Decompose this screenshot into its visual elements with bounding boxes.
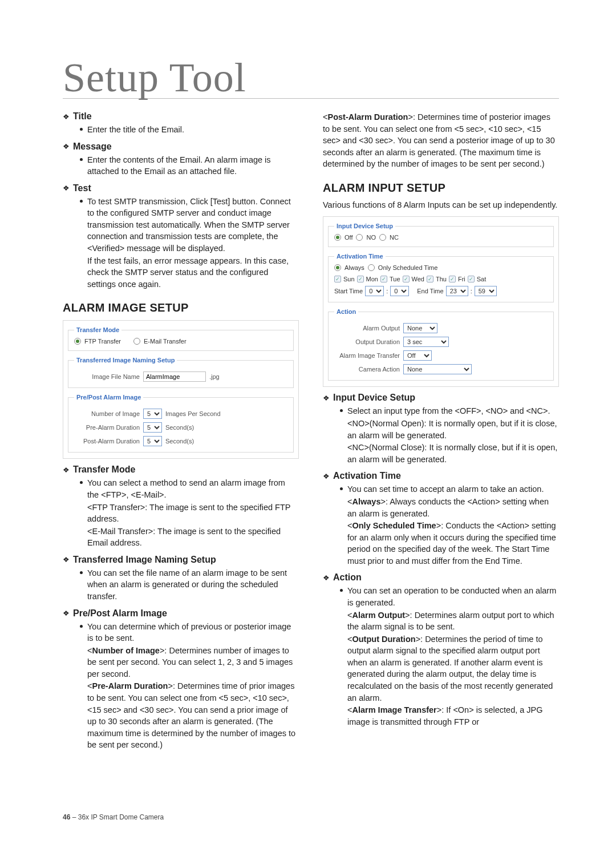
input-no-radio[interactable]: [356, 234, 363, 241]
end-hour-select[interactable]: 23: [446, 286, 468, 296]
diamond-icon: ❖: [63, 184, 70, 192]
document-page: Setup Tool ❖ Title Enter the title of th…: [0, 0, 616, 844]
page-number: 46: [63, 813, 70, 821]
bullet-icon: [80, 200, 83, 203]
bullet-icon: [340, 487, 343, 490]
day-fri-label: Fri: [458, 276, 465, 282]
alarm-image-transfer-select[interactable]: Off: [403, 350, 432, 361]
transfer-mode-legend: Transfer Mode: [74, 326, 121, 333]
day-sun-label: Sun: [343, 276, 355, 282]
bullet-ppai: You can determine which of previous or p…: [63, 621, 299, 644]
ftp-transfer-radio[interactable]: [74, 338, 81, 345]
email-transfer-radio[interactable]: [133, 338, 140, 345]
image-file-name-label: Image File Name: [74, 373, 140, 380]
post-alarm-unit: Second(s): [165, 438, 194, 445]
bullet-icon: [80, 625, 83, 628]
subheading-title: ❖ Title: [63, 111, 299, 122]
diamond-icon: ❖: [323, 394, 330, 402]
day-thu-check[interactable]: [427, 276, 433, 282]
day-sun-check[interactable]: [334, 276, 341, 282]
subheading-transfer-mode: ❖ Transfer Mode: [63, 465, 299, 475]
email-transfer-desc: <E-Mail Transfer>: The image is sent to …: [63, 526, 299, 549]
day-sat-label: Sat: [477, 276, 487, 282]
ftp-transfer-desc: <FTP Transfer>: The image is sent to the…: [63, 502, 299, 525]
page-footer: 46 – 36x IP Smart Dome Camera: [63, 813, 164, 821]
left-column: ❖ Title Enter the title of the Email. ❖ …: [63, 106, 299, 751]
post-alarm-duration-select[interactable]: 5: [143, 436, 162, 446]
time-sep: :: [471, 288, 472, 294]
subheading-at: ❖ Activation Time: [323, 471, 559, 481]
activation-time-legend: Activation Time: [334, 253, 386, 260]
input-device-setup-fieldset: Input Device Setup Off NO NC: [328, 223, 554, 247]
naming-setup-legend: Transferred Image Naming Setup: [74, 357, 177, 364]
action-fieldset: Action Alarm Output None Output Duration…: [328, 308, 554, 381]
start-hour-select[interactable]: 0: [365, 286, 384, 296]
input-nc-radio[interactable]: [379, 234, 386, 241]
subheading-title-label: Title: [73, 111, 92, 122]
day-wed-check[interactable]: [403, 276, 410, 282]
number-of-image-label: Number of Image: [74, 410, 140, 417]
two-column-layout: ❖ Title Enter the title of the Email. ❖ …: [63, 106, 559, 751]
bullet-transfer-mode-text: You can select a method to send an alarm…: [87, 477, 299, 500]
subheading-at-label: Activation Time: [333, 471, 401, 481]
subheading-ppai-label: Pre/Post Alarm Image: [73, 608, 167, 619]
pre-alarm-duration-label: Pre-Alarm Duration: [74, 424, 140, 431]
diamond-icon: ❖: [323, 473, 330, 480]
bullet-action-text: You can set an operation to be conducted…: [347, 585, 559, 608]
bullet-test-text: To test SMTP transmission, Click [Test] …: [87, 196, 299, 255]
bullet-title: Enter the title of the Email.: [63, 124, 299, 136]
pre-alarm-duration-select[interactable]: 5: [143, 422, 162, 433]
output-duration-select[interactable]: 3 sec: [403, 337, 449, 347]
bullet-title-text: Enter the title of the Email.: [87, 124, 184, 136]
prepost-alarm-fieldset: Pre/Post Alarm Image Number of Image 5 I…: [68, 394, 294, 453]
subheading-action: ❖ Action: [323, 572, 559, 583]
day-mon-check[interactable]: [357, 276, 364, 282]
start-min-select[interactable]: 0: [390, 286, 409, 296]
pre-alarm-unit: Second(s): [165, 424, 194, 431]
ftp-transfer-label: FTP Transfer: [84, 338, 121, 345]
subheading-action-label: Action: [333, 572, 362, 583]
alarm-input-setup-panel: Input Device Setup Off NO NC Activation …: [323, 216, 559, 387]
camera-action-label: Camera Action: [334, 366, 400, 373]
end-time-label: End Time: [417, 288, 443, 294]
section-alarm-image-setup: ALARM IMAGE SETUP: [63, 301, 299, 314]
bullet-test: To test SMTP transmission, Click [Test] …: [63, 196, 299, 255]
input-off-radio[interactable]: [334, 234, 341, 241]
bullet-at-text: You can set time to accept an alarm to t…: [347, 483, 544, 495]
bullet-icon: [80, 571, 83, 574]
scheduled-time-radio[interactable]: [368, 264, 375, 271]
bullet-icon: [80, 128, 83, 131]
prepost-legend: Pre/Post Alarm Image: [74, 394, 143, 401]
diamond-icon: ❖: [63, 143, 70, 150]
alarm-output-label: Alarm Output: [334, 325, 400, 332]
day-wed-label: Wed: [412, 276, 424, 282]
end-min-select[interactable]: 59: [475, 286, 497, 296]
bullet-icon: [340, 409, 343, 412]
subheading-tins-label: Transferred Image Naming Setup: [73, 555, 216, 565]
alarm-output-select[interactable]: None: [403, 323, 437, 333]
image-file-name-input[interactable]: [143, 371, 206, 382]
always-label: Always: [345, 264, 364, 271]
subheading-test-label: Test: [73, 183, 91, 193]
pre-alarm-duration-desc: <Pre-Alarm Duration>: Determines time of…: [63, 680, 299, 750]
bullet-ids-text: Select an input type from the <OFF>, <NO…: [347, 405, 550, 417]
camera-action-select[interactable]: None: [403, 364, 472, 374]
alarm-input-intro: Various functions of 8 Alarm Inputs can …: [323, 199, 559, 211]
diamond-icon: ❖: [63, 609, 70, 617]
number-of-image-select[interactable]: 5: [143, 409, 162, 419]
footer-sep: –: [70, 813, 78, 821]
day-tue-check[interactable]: [380, 276, 387, 282]
subheading-ids-label: Input Device Setup: [333, 393, 415, 403]
post-alarm-duration-label: Post-Alarm Duration: [74, 438, 140, 445]
bullet-transfer-mode: You can select a method to send an alarm…: [63, 477, 299, 500]
day-sat-check[interactable]: [468, 276, 475, 282]
nc-desc: <NC>(Normal Close): It is normally close…: [323, 442, 559, 465]
email-transfer-label: E-Mail Transfer: [144, 338, 187, 345]
test-continuation: If the test fails, an error message appe…: [63, 255, 299, 290]
day-fri-check[interactable]: [449, 276, 456, 282]
subheading-test: ❖ Test: [63, 183, 299, 193]
time-sep: :: [386, 288, 388, 294]
right-column: <Post-Alarm Duration>: Determines time o…: [323, 106, 559, 751]
always-radio[interactable]: [334, 264, 341, 271]
no-desc: <NO>(Normal Open): It is normally open, …: [323, 418, 559, 441]
